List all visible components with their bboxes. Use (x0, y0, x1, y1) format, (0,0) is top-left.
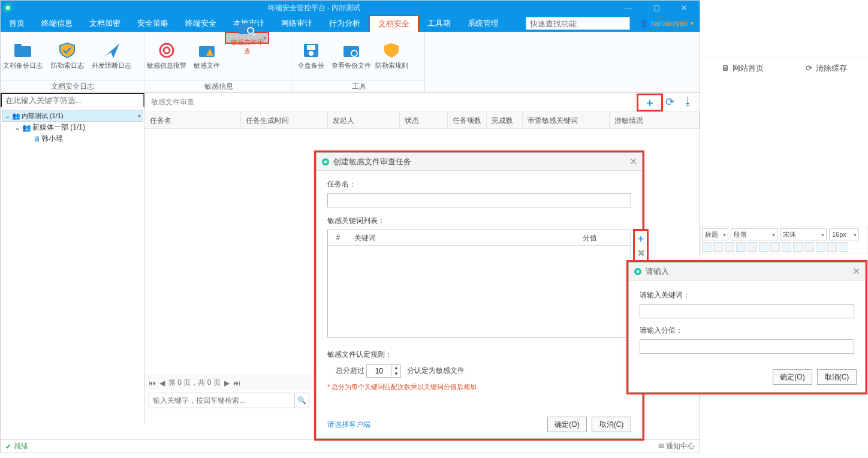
menu-doc-security[interactable]: 文档安全 (369, 15, 419, 32)
spinner-up[interactable]: ▲ (391, 365, 400, 371)
keyword-input[interactable] (640, 304, 854, 318)
check-icon: ✔ (5, 442, 11, 451)
notification-center[interactable]: ✉ 通知中心 (658, 441, 695, 451)
editor-icon[interactable] (793, 242, 803, 252)
taskname-input[interactable] (327, 193, 631, 207)
menu-doc-encrypt[interactable]: 文档加密 (81, 15, 129, 32)
minimize-button[interactable]: — (616, 1, 642, 15)
editor-icon[interactable] (804, 242, 814, 252)
user-icon: 👤 (640, 19, 649, 28)
tree-node-user[interactable]: 🖥 韩小瑶 (2, 133, 143, 144)
rp-clear-cache[interactable]: ⟳清除缓存 (806, 63, 847, 74)
col-items[interactable]: 任务项数 (448, 112, 487, 128)
add-task-button[interactable]: ＋ (644, 97, 655, 109)
user-menu[interactable]: 👤 hanxiaoyao ▾ (634, 15, 700, 32)
editor-icon[interactable] (725, 242, 734, 252)
export-button[interactable]: ⭳ (683, 95, 694, 110)
editor-para-select[interactable]: 段落 (731, 228, 777, 240)
pager-last[interactable]: ⏭ (233, 379, 240, 387)
rp-home-link[interactable]: 🖥网站首页 (721, 63, 764, 74)
shield-icon (58, 42, 77, 59)
editor-icon[interactable] (702, 242, 712, 252)
tree-node-dept[interactable]: ⌄ 👥 新媒体一部 (1/1) (2, 122, 143, 133)
keyword-search-input[interactable] (149, 393, 295, 408)
quick-search-input[interactable] (526, 17, 630, 30)
score-threshold-spinner[interactable]: ▲▼ (366, 364, 401, 378)
add-keyword-button[interactable]: ＋ (636, 233, 646, 245)
menu-behavior[interactable]: 行为分析 (321, 15, 369, 32)
rib-ransom-rules[interactable]: 防勒索规则 (373, 32, 409, 80)
dialog-cancel-button[interactable]: 取消(C) (592, 417, 631, 432)
pager-prev[interactable]: ◀ (159, 379, 165, 387)
search-button[interactable]: 🔍 (295, 393, 309, 408)
editor-icon[interactable] (827, 242, 837, 252)
menu-toolbox[interactable]: 工具箱 (419, 15, 459, 32)
spinner-down[interactable]: ▼ (391, 371, 400, 377)
score-threshold-input[interactable] (367, 365, 391, 377)
label-judge: 分认定为敏感文件 (407, 366, 465, 375)
refresh-button[interactable]: ⟳ (665, 95, 674, 110)
status-bar: ✔ 就绪 ✉ 通知中心 (1, 439, 700, 453)
editor-icon[interactable] (770, 242, 780, 252)
svg-point-1 (6, 6, 10, 10)
editor-icon[interactable] (782, 242, 791, 252)
col-status[interactable]: 状态 (400, 112, 448, 128)
rib-sensitive-alert[interactable]: 敏感信息报警 (144, 32, 189, 80)
col-initiator[interactable]: 发起人 (328, 112, 400, 128)
dialog-ok-button[interactable]: 确定(O) (547, 417, 587, 432)
svg-point-16 (324, 160, 327, 163)
create-task-dialog: 创建敏感文件审查任务 ✕ 任务名： 敏感关键词列表： # 关键词 分值 ＋ ✖ … (316, 152, 643, 439)
col-keywords[interactable]: 审查敏感关键词 (523, 112, 610, 128)
menu-terminal-security[interactable]: 终端安全 (177, 15, 225, 32)
menu-home[interactable]: 首页 (1, 15, 33, 32)
menu-system[interactable]: 系统管理 (459, 15, 507, 32)
pager-first[interactable]: ⏮ (149, 379, 156, 387)
rib-full-backup[interactable]: 全盘备份 (293, 32, 329, 80)
dialog-close-button[interactable]: ✕ (852, 266, 860, 277)
dialog-title: 请输入 (646, 266, 669, 277)
rib-outgoing-block-log[interactable]: 外发阻断日志 (89, 32, 134, 80)
remove-keyword-button[interactable]: ✖ (637, 248, 645, 259)
rib-sensitive-files[interactable]: 敏感文件 (189, 32, 225, 80)
col-done[interactable]: 完成数 (487, 112, 523, 128)
editor-icon[interactable] (816, 242, 825, 252)
twisty-icon[interactable]: ⌄ (14, 123, 21, 132)
maximize-button[interactable]: ▢ (643, 1, 670, 15)
tree-node-label: 新媒体一部 (1/1) (32, 122, 85, 132)
menu-network-audit[interactable]: 网络审计 (273, 15, 321, 32)
editor-icon[interactable] (759, 242, 768, 252)
select-client-link[interactable]: 请选择客户端 (327, 420, 370, 430)
window-title: 终端安全管控平台 - 内部测试 (13, 3, 616, 13)
rib-sensitive-review[interactable]: 敏感文件审查 (225, 32, 269, 44)
pager-next[interactable]: ▶ (224, 379, 230, 387)
editor-size-select[interactable]: 16px (829, 228, 859, 240)
dialog-close-button[interactable]: ✕ (629, 156, 637, 167)
dialog-ok-button[interactable]: 确定(O) (773, 369, 812, 385)
col-gentime[interactable]: 任务生成时间 (241, 112, 328, 128)
label-kwlist: 敏感关键词列表： (327, 216, 631, 226)
rib-doc-backup-log[interactable]: 文档备份日志 (1, 32, 45, 80)
save-icon (302, 42, 321, 59)
menu-terminal-info[interactable]: 终端信息 (33, 15, 81, 32)
score-input[interactable] (640, 339, 854, 354)
editor-icon[interactable] (736, 242, 746, 252)
editor-icon[interactable] (713, 242, 723, 252)
dialog-cancel-button[interactable]: 取消(C) (817, 369, 857, 385)
keyword-table: # 关键词 分值 ＋ ✖ (327, 230, 631, 338)
folder-search-icon (237, 20, 257, 35)
editor-font-select[interactable]: 宋体 (780, 228, 827, 240)
app-logo-icon (3, 3, 13, 13)
col-sensitive[interactable]: 涉敏情况 (610, 112, 700, 128)
rib-ransom-log[interactable]: 防勒索日志 (45, 32, 89, 80)
twisty-icon[interactable]: ⌄ (4, 112, 11, 120)
editor-icon[interactable] (748, 242, 757, 252)
close-button[interactable]: ✕ (671, 1, 697, 15)
editor-icon[interactable] (839, 242, 848, 252)
editor-style-select[interactable]: 标题 (702, 228, 728, 240)
tree-node-root[interactable]: ⌄ 👥 内部测试 (1/1) (2, 110, 143, 122)
keyword-side-actions: ＋ ✖ (633, 229, 649, 263)
menu-security-policy[interactable]: 安全策略 (129, 15, 177, 32)
col-taskname[interactable]: 任务名 (145, 112, 241, 128)
rib-view-backup[interactable]: 查看备份文件 (329, 32, 373, 80)
tree-filter-input[interactable] (1, 93, 144, 107)
